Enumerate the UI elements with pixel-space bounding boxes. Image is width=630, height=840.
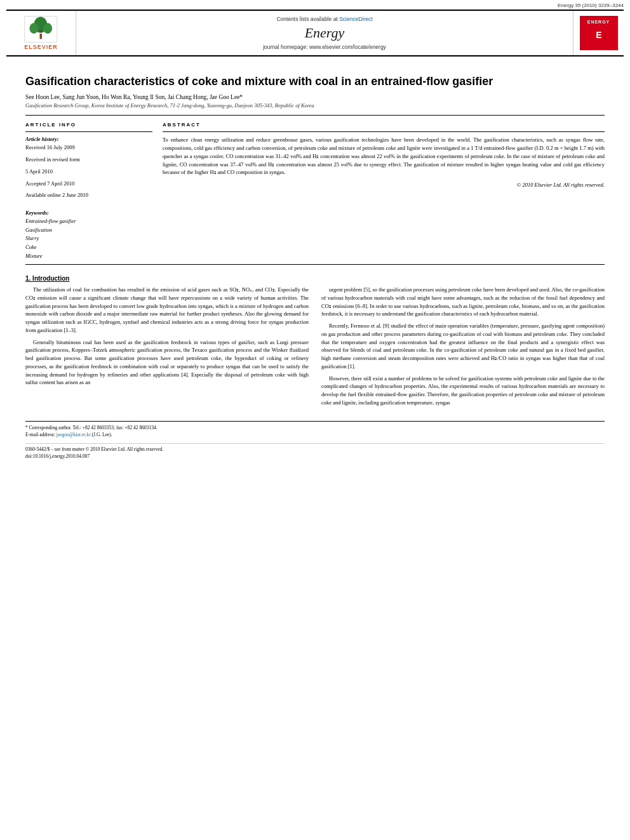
doi-section: 0360-5442/$ – see front matter © 2010 El… (25, 443, 605, 460)
header-divider (25, 115, 605, 116)
sciencedirect-link[interactable]: ScienceDirect (339, 16, 372, 22)
energy-badge-label: ENERGY (585, 20, 613, 25)
elsevier-logo: ELSEVIER (24, 16, 58, 50)
available-date: Available online 2 June 2010 (25, 191, 152, 199)
keyword-3: Slurry (25, 234, 152, 243)
energy-badge: ENERGY E (580, 16, 618, 50)
journal-homepage: journal homepage: www.elsevier.com/locat… (263, 44, 386, 50)
body-para-4: Recently, Fermoso et al. [9] studied the… (321, 322, 605, 371)
accepted-date: Accepted 7 April 2010 (25, 180, 152, 188)
body-para-3: urgent problem [5], so the gasification … (321, 286, 605, 318)
received-date: Received 16 July 2009 (25, 143, 152, 152)
body-divider (25, 264, 605, 265)
svg-text:E: E (596, 30, 601, 40)
svg-point-5 (39, 30, 42, 32)
elsevier-tree-svg (24, 16, 58, 43)
footnote-star: * Corresponding author. Tel.: +82 42 860… (25, 424, 605, 431)
keywords-label: Keywords: (25, 210, 152, 216)
main-content: Gasification characteristics of coke and… (0, 57, 630, 473)
authors: See Hoon Lee, Sang Jun Yoon, Ho Won Ra, … (25, 94, 605, 100)
keyword-1: Entrained-flow gasifier (25, 217, 152, 226)
energy-badge-area: ENERGY E (573, 11, 624, 55)
info-abstract-section: ARTICLE INFO Article history: Received 1… (25, 122, 605, 260)
abstract-heading: ABSTRACT (163, 122, 605, 128)
article-info-col: ARTICLE INFO Article history: Received 1… (25, 122, 152, 260)
footnote-email-name: (J.G. Lee). (92, 432, 112, 437)
body-left-col: The utilization of coal for combustion h… (25, 286, 309, 411)
history-label: Article history: (25, 136, 152, 142)
affiliation: Gasification Research Group, Korea Insti… (25, 102, 605, 109)
keyword-5: Mixture (25, 252, 152, 261)
received-revised-label: Received in revised form (25, 156, 152, 164)
copyright: © 2010 Elsevier Ltd. All rights reserved… (163, 182, 605, 188)
info-divider (25, 131, 152, 132)
journal-title: Energy (305, 25, 345, 41)
keyword-4: Coke (25, 243, 152, 252)
section1-title: 1. Introduction (25, 275, 605, 282)
journal-reference: Energy 35 (2010) 3239–3244 (0, 0, 630, 10)
elsevier-logo-area: ELSEVIER (6, 11, 76, 55)
body-right-col: urgent problem [5], so the gasification … (321, 286, 605, 411)
svg-point-4 (43, 23, 52, 34)
journal-center-info: Contents lists available at ScienceDirec… (76, 11, 573, 55)
energy-badge-graphic: E (586, 25, 612, 44)
abstract-col: ABSTRACT To enhance clean energy utiliza… (163, 122, 605, 260)
footnote-section: * Corresponding author. Tel.: +82 42 860… (25, 421, 605, 439)
journal-header: ELSEVIER Contents lists available at Sci… (6, 10, 624, 57)
abstract-text: To enhance clean energy utilization and … (163, 136, 605, 177)
keywords-list: Entrained-flow gasifier Gasification Slu… (25, 217, 152, 260)
doi-line2: doi:10.1016/j.energy.2010.04.007 (25, 453, 605, 460)
body-section: 1. Introduction The utilization of coal … (25, 275, 605, 411)
keyword-2: Gasification (25, 226, 152, 235)
revised-date: 5 April 2010 (25, 168, 152, 176)
footnote-email: E-mail address: jaegoo@kier.re.kr (J.G. … (25, 431, 605, 438)
elsevier-label: ELSEVIER (24, 44, 58, 50)
svg-rect-1 (40, 34, 43, 39)
article-info-heading: ARTICLE INFO (25, 122, 152, 128)
body-para-1: The utilization of coal for combustion h… (25, 286, 309, 335)
sciencedirect-line: Contents lists available at ScienceDirec… (276, 16, 372, 22)
body-two-col: The utilization of coal for combustion h… (25, 286, 605, 411)
doi-line1: 0360-5442/$ – see front matter © 2010 El… (25, 446, 605, 453)
body-para-2: Generally bituminous coal has been used … (25, 338, 309, 387)
body-para-5: However, there still exist a number of p… (321, 375, 605, 407)
footnote-email-link[interactable]: jaegoo@kier.re.kr (57, 432, 91, 437)
article-title: Gasification characteristics of coke and… (25, 74, 605, 89)
abstract-divider (163, 131, 605, 132)
svg-point-3 (30, 23, 39, 34)
